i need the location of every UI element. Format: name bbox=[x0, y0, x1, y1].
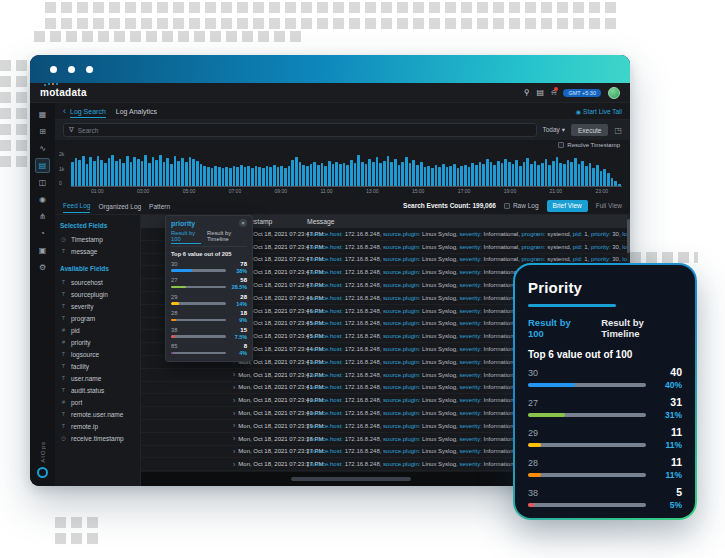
available-field-item[interactable]: T user.name bbox=[60, 372, 135, 384]
histogram-bar[interactable] bbox=[596, 165, 599, 186]
histogram-bar[interactable] bbox=[152, 157, 155, 186]
histogram-bar[interactable] bbox=[368, 159, 371, 186]
histogram-bar[interactable] bbox=[166, 158, 169, 186]
histogram-bar[interactable] bbox=[493, 165, 496, 186]
histogram-bar[interactable] bbox=[115, 161, 118, 186]
license-icon[interactable]: ▤ bbox=[537, 89, 545, 97]
selected-field-item[interactable]: T message bbox=[60, 245, 135, 257]
histogram-bar[interactable] bbox=[409, 163, 412, 186]
row-expand-icon[interactable]: › bbox=[233, 410, 235, 417]
tab-organized-log[interactable]: Organized Log bbox=[98, 199, 141, 213]
histogram-bar[interactable] bbox=[607, 173, 610, 186]
row-expand-icon[interactable]: › bbox=[233, 371, 235, 378]
histogram-bar[interactable] bbox=[328, 161, 331, 186]
window-dot[interactable] bbox=[68, 66, 75, 73]
tab-feed-log[interactable]: Feed Log bbox=[63, 198, 90, 213]
histogram-bar[interactable] bbox=[155, 160, 158, 186]
tab-log-analytics[interactable]: Log Analytics bbox=[116, 105, 157, 117]
histogram-bar[interactable] bbox=[86, 164, 89, 186]
histogram-bar[interactable] bbox=[556, 157, 559, 186]
user-avatar[interactable] bbox=[608, 87, 620, 99]
sidebar-module-icon[interactable]: ⊞ bbox=[35, 124, 50, 139]
histogram-bar[interactable] bbox=[335, 162, 338, 186]
back-icon[interactable]: ‹ bbox=[63, 106, 66, 116]
histogram-bar[interactable] bbox=[479, 162, 482, 186]
available-field-item[interactable]: T audit.status bbox=[60, 384, 135, 396]
histogram-bar[interactable] bbox=[163, 162, 166, 186]
histogram-bar[interactable] bbox=[255, 166, 258, 186]
histogram-bar[interactable] bbox=[475, 165, 478, 186]
tab-result-by-value[interactable]: Result by 100 bbox=[171, 230, 201, 244]
histogram-bar[interactable] bbox=[405, 157, 408, 186]
histogram-bar[interactable] bbox=[420, 162, 423, 186]
histogram-bar[interactable] bbox=[111, 155, 114, 186]
window-dot[interactable] bbox=[86, 66, 93, 73]
histogram-bar[interactable] bbox=[299, 162, 302, 186]
integrations-icon[interactable]: ⚲ bbox=[524, 89, 530, 97]
histogram-bar[interactable] bbox=[390, 162, 393, 186]
histogram-bar[interactable] bbox=[262, 168, 265, 186]
histogram-bar[interactable] bbox=[394, 159, 397, 186]
histogram-bar[interactable] bbox=[431, 168, 434, 186]
histogram-bar[interactable] bbox=[93, 161, 96, 186]
histogram-bar[interactable] bbox=[526, 158, 529, 186]
histogram-bar[interactable] bbox=[71, 162, 74, 186]
histogram-bar[interactable] bbox=[548, 165, 551, 186]
histogram-bar[interactable] bbox=[611, 178, 614, 186]
search-box[interactable]: ∇ bbox=[63, 123, 537, 137]
brief-view-button[interactable]: Brief View bbox=[547, 200, 588, 212]
histogram-bar[interactable] bbox=[449, 166, 452, 186]
histogram-bar[interactable] bbox=[401, 162, 404, 186]
execute-button[interactable]: Execute bbox=[571, 124, 609, 136]
row-expand-icon[interactable]: › bbox=[233, 397, 235, 404]
histogram-bar[interactable] bbox=[343, 163, 346, 186]
histogram-bar[interactable] bbox=[581, 161, 584, 186]
histogram-bar[interactable] bbox=[523, 162, 526, 186]
available-field-item[interactable]: T remote.user.name bbox=[60, 408, 135, 420]
histogram-bar[interactable] bbox=[486, 159, 489, 186]
histogram-bar[interactable] bbox=[361, 162, 364, 186]
tab-result-by-100[interactable]: Result by 100 bbox=[528, 317, 587, 339]
histogram-bar[interactable] bbox=[97, 156, 100, 186]
histogram-bar[interactable] bbox=[578, 164, 581, 186]
available-field-item[interactable]: # port bbox=[60, 396, 135, 408]
histogram-bar[interactable] bbox=[82, 156, 85, 186]
priority-stat-row[interactable]: 2818 9% bbox=[171, 310, 247, 323]
available-field-item[interactable]: T remote.ip bbox=[60, 420, 135, 432]
window-dot[interactable] bbox=[50, 66, 57, 73]
histogram-bar[interactable] bbox=[372, 162, 375, 186]
histogram-bar[interactable] bbox=[148, 163, 151, 186]
histogram-bar[interactable] bbox=[141, 161, 144, 186]
histogram-bar[interactable] bbox=[185, 162, 188, 186]
histogram-bar[interactable] bbox=[603, 169, 606, 186]
priority-stat-row[interactable]: 3815 7.5% bbox=[171, 327, 247, 340]
histogram-bar[interactable] bbox=[214, 166, 217, 186]
histogram-bar[interactable] bbox=[427, 166, 430, 186]
histogram-bar[interactable] bbox=[189, 157, 192, 186]
message-column-header[interactable]: Message bbox=[307, 218, 630, 225]
histogram-bar[interactable] bbox=[508, 162, 511, 186]
histogram-bar[interactable] bbox=[552, 161, 555, 186]
histogram-bar[interactable] bbox=[357, 155, 360, 186]
available-field-item[interactable]: T sourceplugin bbox=[60, 288, 135, 300]
histogram-bar[interactable] bbox=[222, 168, 225, 186]
histogram-bar[interactable] bbox=[376, 157, 379, 186]
histogram-bar[interactable] bbox=[207, 167, 210, 186]
histogram-bar[interactable] bbox=[365, 164, 368, 186]
row-expand-icon[interactable]: › bbox=[233, 422, 235, 429]
histogram-bar[interactable] bbox=[133, 157, 136, 186]
search-input[interactable] bbox=[78, 127, 531, 134]
histogram-bar[interactable] bbox=[350, 160, 353, 186]
histogram-bar[interactable] bbox=[258, 167, 261, 186]
histogram-bar[interactable] bbox=[269, 167, 272, 186]
histogram-bar[interactable] bbox=[460, 166, 463, 186]
tab-result-by-timeline[interactable]: Result by Timeline bbox=[207, 230, 247, 244]
close-icon[interactable]: × bbox=[239, 219, 247, 227]
histogram-bar[interactable] bbox=[295, 157, 298, 186]
histogram-bar[interactable] bbox=[78, 160, 81, 186]
histogram-bar[interactable] bbox=[181, 158, 184, 186]
histogram-bar[interactable] bbox=[302, 165, 305, 186]
resolve-timestamp-checkbox[interactable] bbox=[558, 142, 564, 148]
histogram-bar[interactable] bbox=[346, 165, 349, 186]
histogram-bar[interactable] bbox=[244, 167, 247, 186]
